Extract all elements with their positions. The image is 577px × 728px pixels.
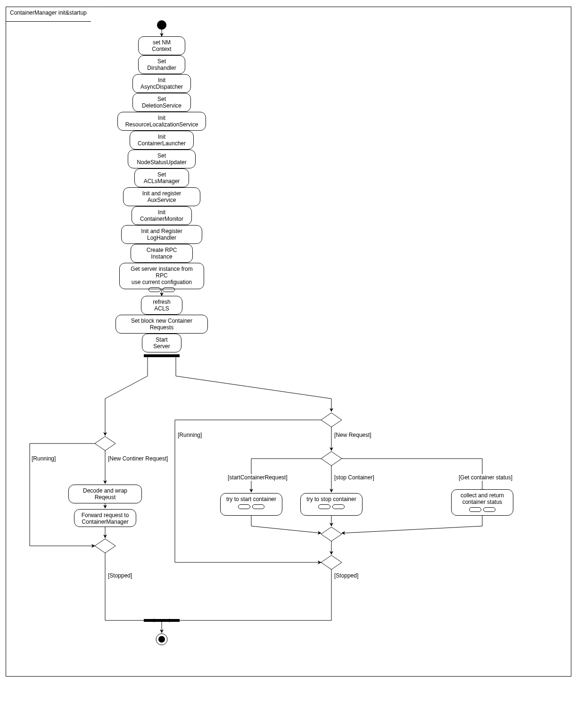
activity-get-server-instance: Get server instance from RPC use current… [119, 263, 204, 289]
activity-set-nodestatusupdater: Set NodeStatusUpdater [128, 150, 196, 168]
activity-init-resourcelocalization: Init ResourceLocalizationService [117, 112, 206, 131]
activity-text-line: use current configuation [124, 279, 199, 285]
diagram-canvas [6, 7, 572, 677]
initial-node [157, 20, 166, 30]
decision-left-top [95, 436, 115, 451]
activity-text-line: Get server instance from RPC [124, 266, 199, 279]
activity-set-aclsmanager: Set ACLsManager [134, 168, 189, 187]
activity-set-block-new-requests: Set block new Container Requests [115, 315, 208, 334]
fork-bar [144, 354, 180, 357]
activity-set-dirshandler: Set Dirshandler [138, 55, 185, 74]
activity-init-containermonitor: Init ContainerMonitor [132, 206, 192, 225]
decision-right-mid [321, 452, 342, 466]
activity-start-server: Start Server [142, 334, 181, 352]
activity-decode-wrap: Decode and wrap Reqeust [68, 485, 142, 503]
activity-init-containerlauncher: Init ContainerLauncher [130, 131, 194, 150]
activity-init-asyncdispatcher: Init AsyncDispatcher [132, 74, 191, 93]
activity-create-rpc-instance: Create RPC Instance [131, 244, 193, 263]
merge-right [321, 527, 342, 541]
decision-right-bottom [321, 555, 342, 569]
final-node-inner [158, 636, 165, 643]
activity-text-line: ContainerManager [79, 519, 131, 525]
guard-left-stopped: [Stopped] [108, 572, 132, 579]
activity-text-line: Forward request to [79, 512, 131, 519]
guard-right-stopped: [Stopped] [334, 572, 358, 579]
activity-text-line: container status [456, 499, 508, 505]
activity-text-line: collect and return [456, 492, 508, 499]
subactivity-icon [225, 504, 277, 509]
guard-right-new-request: [New Request] [334, 432, 371, 438]
decision-left-bottom [95, 539, 115, 553]
subactivity-icon [456, 507, 508, 512]
subactivity-icon [305, 504, 357, 509]
guard-stop-container: [stop Container] [334, 474, 374, 481]
activity-refresh-acls: refresh ACLS [141, 296, 182, 315]
activity-init-register-auxservice: Init and register AuxService [123, 187, 200, 206]
activity-try-start-container: try to start container [220, 493, 282, 516]
activity-collect-return-status: collect and return container status [451, 489, 513, 516]
guard-right-running: [Running] [178, 432, 202, 438]
subactivity-icon [124, 287, 199, 292]
join-bar [144, 619, 180, 622]
activity-try-stop-container: try to stop container [300, 493, 363, 516]
activity-text-line: try to stop container [305, 496, 357, 502]
decision-right-top [321, 413, 342, 427]
guard-get-status: [Get container status] [459, 474, 512, 481]
activity-forward-request: Forward request to ContainerManager [74, 509, 136, 527]
activity-text-line: try to start container [225, 496, 277, 502]
guard-left-running: [Running] [32, 455, 56, 462]
activity-set-deletionservice: Set DeletionService [132, 93, 191, 112]
activity-init-register-loghandler: Init and Register LogHandler [121, 225, 202, 244]
activity-set-nm-context: set NM Context [138, 36, 185, 55]
diagram-frame: ContainerManager init&startup [6, 7, 571, 677]
guard-left-new-request: [New Continer Request] [108, 455, 168, 462]
guard-start-container: [startContainerRequest] [228, 474, 288, 481]
